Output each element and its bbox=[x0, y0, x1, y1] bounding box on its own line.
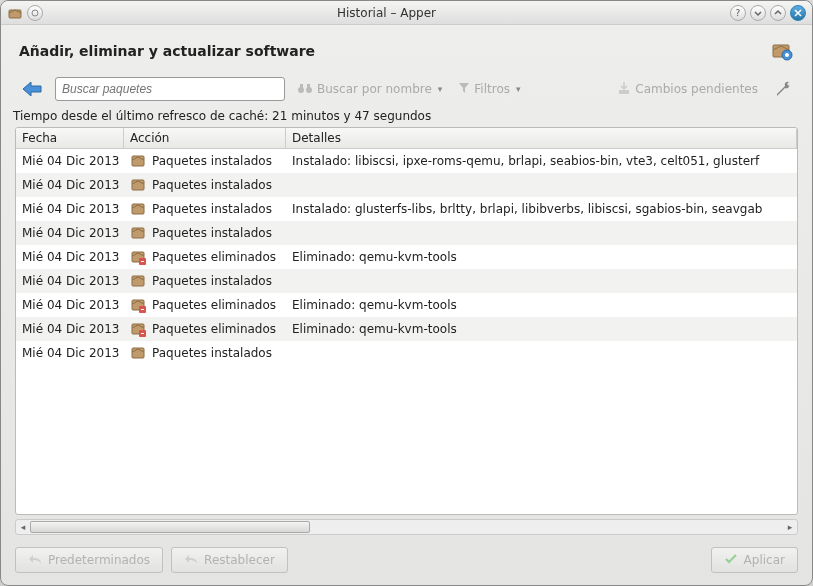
table-row[interactable]: Mié 04 Dic 2013Paquetes instaladosInstal… bbox=[16, 149, 797, 173]
action-label: Paquetes eliminados bbox=[152, 250, 276, 264]
action-label: Paquetes instalados bbox=[152, 154, 272, 168]
cell-action: Paquetes eliminados bbox=[124, 296, 286, 314]
column-action[interactable]: Acción bbox=[124, 128, 286, 148]
cell-action: Paquetes eliminados bbox=[124, 248, 286, 266]
cell-details: Eliminado: qemu-kvm-tools bbox=[286, 322, 797, 336]
cell-date: Mié 04 Dic 2013 bbox=[16, 346, 124, 360]
table-row[interactable]: Mié 04 Dic 2013Paquetes instalados bbox=[16, 269, 797, 293]
cell-action: Paquetes instalados bbox=[124, 200, 286, 218]
pending-changes-button[interactable]: Cambios pendientes bbox=[613, 79, 762, 100]
binoculars-icon bbox=[297, 82, 313, 97]
table-row[interactable]: Mié 04 Dic 2013Paquetes instalados bbox=[16, 341, 797, 365]
package-install-icon bbox=[130, 344, 148, 362]
apply-button[interactable]: Aplicar bbox=[711, 547, 798, 573]
action-label: Paquetes instalados bbox=[152, 202, 272, 216]
cell-action: Paquetes instalados bbox=[124, 176, 286, 194]
column-details[interactable]: Detalles bbox=[286, 128, 797, 148]
chevron-down-icon: ▾ bbox=[516, 84, 521, 94]
column-date[interactable]: Fecha bbox=[16, 128, 124, 148]
undo-icon bbox=[184, 553, 198, 568]
svg-rect-9 bbox=[619, 90, 629, 94]
cell-date: Mié 04 Dic 2013 bbox=[16, 322, 124, 336]
footer: Predeterminados Restablecer Aplicar bbox=[1, 541, 812, 585]
pending-changes-label: Cambios pendientes bbox=[635, 82, 758, 96]
cell-date: Mié 04 Dic 2013 bbox=[16, 250, 124, 264]
cell-details: Eliminado: qemu-kvm-tools bbox=[286, 250, 797, 264]
cell-date: Mié 04 Dic 2013 bbox=[16, 298, 124, 312]
maximize-button[interactable] bbox=[770, 5, 786, 21]
cell-date: Mié 04 Dic 2013 bbox=[16, 154, 124, 168]
filters-dropdown[interactable]: Filtros ▾ bbox=[454, 80, 524, 99]
table-row[interactable]: Mié 04 Dic 2013Paquetes instalados bbox=[16, 221, 797, 245]
package-remove-icon bbox=[130, 320, 148, 338]
action-label: Paquetes eliminados bbox=[152, 322, 276, 336]
table-body[interactable]: Mié 04 Dic 2013Paquetes instaladosInstal… bbox=[16, 149, 797, 514]
scroll-track[interactable] bbox=[30, 520, 783, 534]
svg-point-1 bbox=[32, 10, 38, 16]
header: Añadir, eliminar y actualizar software bbox=[1, 25, 812, 73]
apply-icon bbox=[724, 553, 738, 568]
titlebar[interactable]: Historial – Apper ? bbox=[1, 1, 812, 25]
table-row[interactable]: Mié 04 Dic 2013Paquetes instaladosInstal… bbox=[16, 197, 797, 221]
svg-rect-23 bbox=[141, 333, 144, 334]
horizontal-scrollbar[interactable]: ◂ ▸ bbox=[15, 519, 798, 535]
chevron-down-icon: ▾ bbox=[438, 84, 443, 94]
defaults-label: Predeterminados bbox=[48, 553, 150, 567]
svg-rect-8 bbox=[307, 84, 310, 88]
action-label: Paquetes instalados bbox=[152, 226, 272, 240]
cell-details: Instalado: libiscsi, ipxe-roms-qemu, brl… bbox=[286, 154, 797, 168]
search-input[interactable] bbox=[55, 77, 285, 101]
cell-action: Paquetes eliminados bbox=[124, 320, 286, 338]
reset-button[interactable]: Restablecer bbox=[171, 547, 288, 573]
table-row[interactable]: Mié 04 Dic 2013Paquetes instalados bbox=[16, 173, 797, 197]
close-button[interactable] bbox=[790, 5, 806, 21]
history-table: Fecha Acción Detalles Mié 04 Dic 2013Paq… bbox=[15, 127, 798, 515]
search-by-name-dropdown[interactable]: Buscar por nombre ▾ bbox=[293, 80, 446, 99]
defaults-button[interactable]: Predeterminados bbox=[15, 547, 163, 573]
undo-icon bbox=[28, 553, 42, 568]
page-title: Añadir, eliminar y actualizar software bbox=[19, 43, 315, 59]
scroll-left-button[interactable]: ◂ bbox=[16, 520, 30, 534]
download-icon bbox=[617, 81, 631, 98]
table-row[interactable]: Mié 04 Dic 2013Paquetes eliminadosElimin… bbox=[16, 317, 797, 341]
table-row[interactable]: Mié 04 Dic 2013Paquetes eliminadosElimin… bbox=[16, 245, 797, 269]
svg-rect-20 bbox=[141, 309, 144, 310]
window-title: Historial – Apper bbox=[43, 6, 730, 20]
filters-label: Filtros bbox=[474, 82, 510, 96]
scroll-right-button[interactable]: ▸ bbox=[783, 520, 797, 534]
app-icon bbox=[7, 5, 23, 21]
funnel-icon bbox=[458, 82, 470, 97]
svg-rect-16 bbox=[141, 261, 144, 262]
search-by-name-label: Buscar por nombre bbox=[317, 82, 432, 96]
package-remove-icon bbox=[130, 296, 148, 314]
apply-label: Aplicar bbox=[744, 553, 785, 567]
package-remove-icon bbox=[130, 248, 148, 266]
cell-details: Eliminado: qemu-kvm-tools bbox=[286, 298, 797, 312]
action-label: Paquetes instalados bbox=[152, 178, 272, 192]
toolbar: Buscar por nombre ▾ Filtros ▾ Cambios pe… bbox=[1, 73, 812, 107]
menu-button[interactable] bbox=[27, 5, 43, 21]
package-install-icon bbox=[130, 176, 148, 194]
cell-date: Mié 04 Dic 2013 bbox=[16, 202, 124, 216]
history-icon[interactable] bbox=[770, 39, 794, 63]
back-button[interactable] bbox=[19, 78, 47, 100]
action-label: Paquetes instalados bbox=[152, 274, 272, 288]
action-label: Paquetes eliminados bbox=[152, 298, 276, 312]
table-row[interactable]: Mié 04 Dic 2013Paquetes eliminadosElimin… bbox=[16, 293, 797, 317]
svg-point-4 bbox=[785, 53, 789, 57]
cell-action: Paquetes instalados bbox=[124, 152, 286, 170]
help-button[interactable]: ? bbox=[730, 5, 746, 21]
action-label: Paquetes instalados bbox=[152, 346, 272, 360]
svg-rect-0 bbox=[9, 10, 21, 18]
cache-status: Tiempo desde el último refresco de caché… bbox=[1, 107, 812, 127]
package-install-icon bbox=[130, 152, 148, 170]
cell-action: Paquetes instalados bbox=[124, 272, 286, 290]
package-install-icon bbox=[130, 272, 148, 290]
settings-button[interactable] bbox=[774, 79, 794, 99]
minimize-button[interactable] bbox=[750, 5, 766, 21]
package-install-icon bbox=[130, 224, 148, 242]
reset-label: Restablecer bbox=[204, 553, 275, 567]
cell-date: Mié 04 Dic 2013 bbox=[16, 226, 124, 240]
package-install-icon bbox=[130, 200, 148, 218]
scroll-thumb[interactable] bbox=[30, 521, 310, 533]
